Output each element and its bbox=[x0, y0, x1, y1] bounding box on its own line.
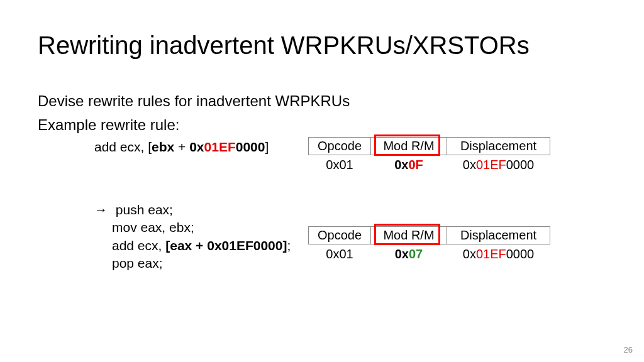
col-opcode: Opcode bbox=[308, 137, 371, 155]
slide: Rewriting inadvertent WRPKRUs/XRSTORs De… bbox=[0, 0, 644, 362]
hex-suffix: 0000 bbox=[506, 247, 535, 261]
table-header-row: Opcode Mod R/M Displacement bbox=[308, 226, 550, 244]
val-modrm: 0x0F bbox=[371, 155, 447, 172]
code-hex-prefix: 0x bbox=[189, 140, 204, 154]
intro-line-2: Example rewrite rule: bbox=[38, 115, 350, 135]
intro-line-1: Devise rewrite rules for inadvertent WRP… bbox=[38, 91, 350, 111]
code-text: add ecx, [ bbox=[94, 140, 152, 154]
table-value-row: 0x01 0x07 0x01EF0000 bbox=[308, 244, 550, 261]
code-text: + bbox=[174, 140, 189, 154]
table-value-row: 0x01 0x0F 0x01EF0000 bbox=[308, 155, 550, 172]
code-line: mov eax, ebx; bbox=[112, 219, 291, 236]
col-displacement: Displacement bbox=[447, 137, 550, 155]
code-original: add ecx, [ebx + 0x01EF0000] bbox=[94, 138, 269, 155]
arrow-icon: → bbox=[94, 201, 112, 219]
hex-prefix: 0x bbox=[463, 158, 476, 172]
code-line: → push eax; bbox=[94, 201, 291, 219]
code-rewritten: → push eax; mov eax, ebx; add ecx, [eax … bbox=[94, 201, 291, 272]
opcode-table-original: Opcode Mod R/M Displacement 0x01 0x0F 0x… bbox=[308, 137, 550, 172]
val-opcode: 0x01 bbox=[308, 155, 371, 172]
hex-value: 07 bbox=[409, 247, 423, 261]
col-displacement: Displacement bbox=[447, 226, 550, 244]
code-bold: [eax + 0x01EF0000] bbox=[165, 238, 287, 253]
col-opcode: Opcode bbox=[308, 226, 371, 244]
hex-prefix: 0x bbox=[394, 158, 408, 172]
code-hex-red: 01EF bbox=[204, 140, 236, 154]
val-displacement: 0x01EF0000 bbox=[447, 155, 550, 172]
code-text: ] bbox=[265, 140, 269, 154]
col-modrm: Mod R/M bbox=[371, 137, 447, 155]
code-text: add ecx, bbox=[112, 238, 165, 253]
hex-prefix: 0x bbox=[395, 247, 409, 261]
hex-value: 0F bbox=[408, 158, 423, 172]
hex-red: 01EF bbox=[476, 247, 506, 261]
code-line: pop eax; bbox=[112, 255, 291, 272]
hex-red: 01EF bbox=[476, 158, 506, 172]
body-text: Devise rewrite rules for inadvertent WRP… bbox=[38, 91, 350, 136]
code-line: add ecx, [eax + 0x01EF0000]; bbox=[112, 237, 291, 255]
page-number: 26 bbox=[624, 345, 633, 354]
opcode-table-rewritten: Opcode Mod R/M Displacement 0x01 0x07 0x… bbox=[308, 226, 550, 261]
code-text: ; bbox=[287, 238, 291, 253]
val-modrm: 0x07 bbox=[371, 244, 447, 261]
col-modrm: Mod R/M bbox=[371, 226, 447, 244]
hex-suffix: 0000 bbox=[506, 158, 535, 172]
table-header-row: Opcode Mod R/M Displacement bbox=[308, 137, 550, 155]
code-text: push eax; bbox=[112, 202, 173, 217]
code-reg: ebx bbox=[152, 140, 174, 154]
hex-prefix: 0x bbox=[463, 247, 476, 261]
val-displacement: 0x01EF0000 bbox=[447, 244, 550, 261]
val-opcode: 0x01 bbox=[308, 244, 371, 261]
slide-title: Rewriting inadvertent WRPKRUs/XRSTORs bbox=[38, 31, 530, 60]
code-hex-suffix: 0000 bbox=[236, 140, 265, 154]
